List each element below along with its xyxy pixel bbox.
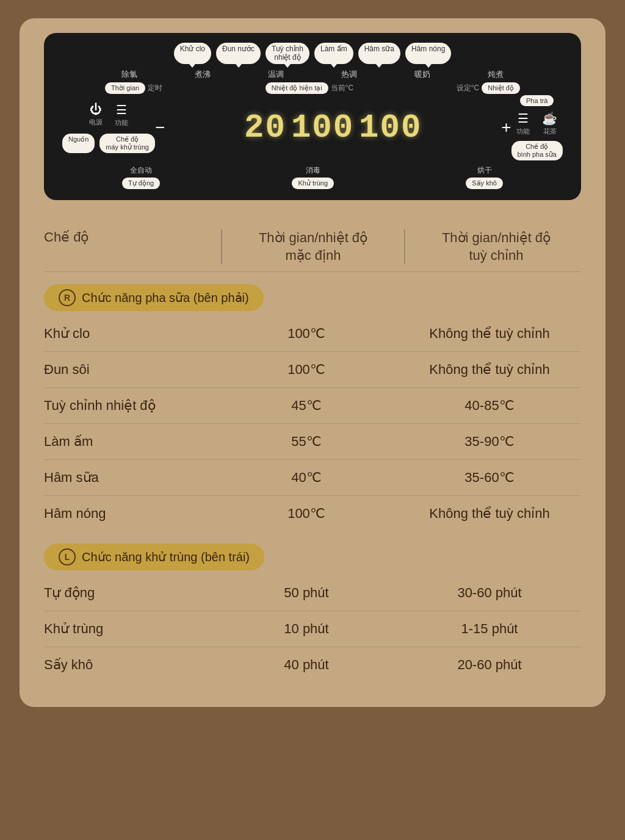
bottom-viet-auto: Tự động [122,178,160,189]
r-mode-5: Hâm nóng [44,506,215,522]
header-che-do: Chế độ [44,229,215,245]
callout-khu-clo: Khử clo [174,43,211,64]
flower-tea-icon: ☕ [542,111,557,126]
device-panel: Khử clo Đun nước Tuỳ chỉnhnhiệt độ Làm ấ… [44,33,581,200]
callout-ham-nong: Hâm nóng [405,43,451,64]
l-mode-0: Tự động [44,585,215,601]
flower-tea-label-cn: 花茶 [543,127,557,136]
l-mode-1: Khử trùng [44,621,215,637]
power-icon: ⏻ [90,102,102,117]
section-r-rows: Khử clo 100℃ Không thể tuỳ chỉnh Đun sôi… [44,316,581,531]
l-mode-2: Sấy khô [44,657,215,673]
digits-area: 20 100 100 [165,109,501,146]
digit-temp1: 100 [291,109,354,146]
r-default-2: 45℃ [215,398,398,414]
cn-chu-khi: 除氯 [121,69,137,80]
section-r-row-5: Hâm nóng 100℃ Không thể tuỳ chỉnh [44,496,581,531]
r-custom-0: Không thể tuỳ chỉnh [398,326,581,342]
section-l-rows: Tự động 50 phút 30-60 phút Khử trùng 10 … [44,575,581,683]
digit-temp2: 100 [359,109,422,146]
r-mode-3: Làm ấm [44,434,215,450]
section-r-row-0: Khử clo 100℃ Không thể tuỳ chỉnh [44,316,581,352]
power-icon-group: ⏻ 电源 [89,102,103,127]
function-icon-group-right: ☰ 功能 [516,111,530,136]
function-icon-left: ☰ [116,102,127,117]
cn-dun-zhu: 炖煮 [488,69,504,80]
r-default-0: 100℃ [215,326,398,342]
l-custom-1: 1-15 phút [398,621,581,637]
function-label-right-cn: 功能 [516,127,530,136]
left-icon-group: ⏻ 电源 ☰ 功能 [89,102,128,127]
r-icon: R [59,289,76,306]
col-divider-1 [221,229,222,264]
section-l-title: Chức năng khử trùng (bên trái) [82,550,250,564]
r-custom-5: Không thể tuỳ chỉnh [398,506,581,522]
r-default-1: 100℃ [215,362,398,378]
section-r-title: Chức năng pha sữa (bên phải) [82,290,249,305]
bottom-cn-dry: 烘干 [477,165,492,176]
l-custom-2: 20-60 phút [398,657,581,673]
r-mode-1: Đun sôi [44,362,215,378]
bottom-row: 全自动 Tự động 消毒 Khử trùng 烘干 Sấy khô [56,165,569,189]
sub-label-timer-cn: 定时 [148,83,162,93]
pha-tra-bubble: Pha trà [520,95,554,106]
r-mode-4: Hâm sữa [44,470,215,486]
r-custom-3: 35-90℃ [398,434,581,450]
chinese-labels-row: 除氯 煮沸 温调 热调 暖奶 炖煮 [56,69,569,80]
power-label-cn: 电源 [89,118,103,127]
r-custom-2: 40-85℃ [398,398,581,414]
section-l-row-1: Khử trùng 10 phút 1-15 phút [44,611,581,647]
chedo-binh-bubble: Chế độbình pha sữa [511,141,563,160]
function-icon-group-left: ☰ 功能 [115,102,128,127]
bottom-viet-disinfect: Khử trùng [292,178,334,189]
column-headers: Chế độ Thời gian/nhiệt độmặc định Thời g… [44,220,581,272]
r-custom-1: Không thể tuỳ chỉnh [398,362,581,378]
callout-dun-nuoc: Đun nước [216,43,261,64]
cn-zhu-fei: 煮沸 [195,69,211,80]
sub-label-thoigian: Thời gian [105,82,145,94]
nguon-bubble: Nguồn [62,134,95,153]
l-icon: L [59,548,76,565]
sub-label-nhietdo: Nhiệt độ hiện tại [266,82,328,94]
callout-lam-am: Làm ấm [314,43,353,64]
r-mode-2: Tuỳ chỉnh nhiệt độ [44,398,215,414]
section-l-row-2: Sấy khô 40 phút 20-60 phút [44,647,581,683]
bottom-cn-disinfect: 消毒 [306,165,320,176]
r-default-4: 40℃ [215,470,398,486]
callout-ham-sua: Hâm sữa [358,43,400,64]
sub-label-nhietdo2: Nhiệt độ [482,82,520,94]
display-row: ⏻ 电源 ☰ 功能 Nguồn Chế độmáy khử trùng − [56,95,569,160]
sub-label-set-cn: 设定°C [457,83,479,93]
section-r-row-1: Đun sôi 100℃ Không thể tuỳ chỉnh [44,352,581,388]
minus-button[interactable]: − [155,118,165,137]
l-custom-0: 30-60 phút [398,585,581,601]
plus-button[interactable]: + [501,118,511,137]
l-default-0: 50 phút [215,585,398,601]
r-default-3: 55℃ [215,434,398,450]
sub-label-current-cn: 当前°C [331,83,353,93]
section-r-row-2: Tuỳ chỉnh nhiệt độ 45℃ 40-85℃ [44,388,581,424]
right-icon-group: ☰ 功能 ☕ 花茶 [516,111,557,136]
header-default: Thời gian/nhiệt độmặc định [228,229,398,264]
digit-time: 20 [244,109,286,146]
section-l-row-0: Tự động 50 phút 30-60 phút [44,575,581,611]
callouts-row: Khử clo Đun nước Tuỳ chỉnhnhiệt độ Làm ấ… [56,43,569,64]
r-mode-0: Khử clo [44,326,215,342]
cn-wen-tiao: 温调 [268,69,284,80]
page-container: Khử clo Đun nước Tuỳ chỉnhnhiệt độ Làm ấ… [20,18,605,707]
section-r-row-3: Làm ấm 55℃ 35-90℃ [44,424,581,460]
bottom-cn-auto: 全自动 [130,165,152,176]
flower-tea-icon-group: ☕ 花茶 [542,111,557,136]
l-default-2: 40 phút [215,657,398,673]
r-custom-4: 35-60℃ [398,470,581,486]
callout-tuy-chinh: Tuỳ chỉnhnhiệt độ [266,43,309,64]
function-icon-right: ☰ [518,111,529,126]
cn-nuan-nai: 暖奶 [414,69,430,80]
bottom-viet-dry: Sấy khô [466,178,503,189]
function-label-left-cn: 功能 [115,118,128,127]
section-l-pill: L Chức năng khử trùng (bên trái) [44,544,264,570]
r-default-5: 100℃ [215,506,398,522]
section-r-pill: R Chức năng pha sữa (bên phải) [44,284,264,311]
col-divider-2 [404,229,405,264]
l-default-1: 10 phút [215,621,398,637]
